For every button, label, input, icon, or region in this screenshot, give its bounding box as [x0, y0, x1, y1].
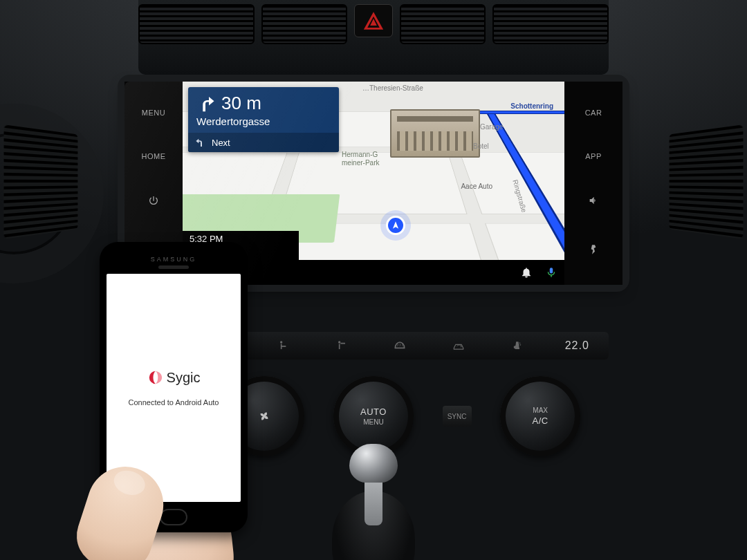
gear-shifter	[318, 449, 429, 560]
phone-brand: SAMSUNG	[100, 256, 248, 263]
street-label-ring: Schottenring	[510, 102, 553, 110]
svg-point-1	[280, 341, 282, 343]
knob-label-max: MAX	[533, 407, 548, 414]
vent	[492, 4, 609, 44]
turn-right-icon	[195, 93, 216, 114]
recirculation-button[interactable]	[449, 337, 468, 354]
vent	[138, 4, 255, 44]
phone-speaker	[158, 265, 189, 269]
sygic-name: Sygic	[167, 370, 201, 386]
notifications-button[interactable]	[520, 266, 533, 279]
gps-cursor	[386, 216, 405, 235]
voice-icon	[588, 244, 599, 255]
ac-knob[interactable]: MAX A/C	[500, 376, 580, 456]
turn-left-icon	[195, 137, 206, 148]
landmark-building	[390, 109, 480, 158]
knob-label-menu: MENU	[363, 418, 383, 426]
hazard-icon	[362, 9, 385, 32]
knob-label-ac: A/C	[533, 416, 548, 426]
sygic-logo-icon	[147, 370, 163, 385]
menu-button[interactable]: MENU	[142, 109, 165, 117]
headunit-side-right: CAR APP	[564, 82, 622, 285]
direction-card[interactable]: 30 m Werdertorgasse Next	[188, 87, 339, 152]
center-vents	[138, 0, 609, 75]
poi-label: Botel	[473, 142, 489, 150]
car-button[interactable]: CAR	[585, 109, 602, 117]
svg-point-2	[338, 341, 340, 343]
hazard-button[interactable]	[354, 4, 392, 37]
turn-distance: 30 m	[221, 93, 261, 114]
voice-button[interactable]	[588, 244, 599, 258]
vent	[261, 4, 347, 44]
knob-label-auto: AUTO	[360, 407, 387, 417]
climate-sync-button[interactable]: SYNC	[443, 406, 472, 427]
airflow-face-button[interactable]	[332, 337, 351, 354]
app-button[interactable]: APP	[585, 152, 602, 160]
seat-heat-right-button[interactable]	[507, 337, 526, 354]
climate-temperature: 22.0	[565, 339, 589, 352]
power-button[interactable]	[148, 195, 159, 209]
airflow-body-button[interactable]	[274, 337, 293, 354]
sygic-logo-row: Sygic	[147, 370, 201, 386]
poi-label: Garage	[480, 123, 503, 131]
street-label: …Theresien-Straße	[362, 84, 423, 92]
power-icon	[148, 195, 159, 206]
dashboard-vent-right	[670, 124, 744, 239]
next-turn-row: Next	[188, 133, 339, 152]
voice-assistant-button[interactable]	[545, 266, 557, 279]
park-label: Hermann-G	[342, 151, 378, 158]
park-label: meiner-Park	[342, 159, 379, 167]
poi-label: Aace Auto	[461, 183, 492, 190]
phone-in-hand: SAMSUNG Sygic Connected to Android Auto	[76, 242, 270, 560]
turn-street: Werdertorgasse	[188, 115, 339, 133]
home-button[interactable]: HOME	[142, 152, 166, 160]
hand-thumb	[53, 387, 302, 560]
front-defrost-button[interactable]	[390, 337, 409, 354]
dashboard-vent-left	[4, 124, 78, 239]
volume-button[interactable]	[588, 195, 599, 209]
volume-icon	[588, 195, 599, 206]
vent	[400, 4, 486, 44]
next-turn-label: Next	[212, 138, 230, 148]
